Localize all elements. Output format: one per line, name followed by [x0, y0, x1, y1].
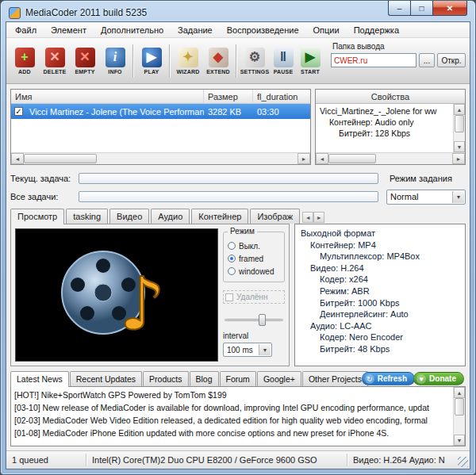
menu-playback[interactable]: Воспроизведение [220, 23, 306, 37]
minimize-button[interactable]: – [388, 1, 410, 16]
vscroll-thumb[interactable] [455, 398, 464, 416]
tab-container[interactable]: Контейнер [191, 209, 248, 224]
summary-item[interactable]: Битрейт: 48 Kbps [300, 343, 463, 355]
table-row[interactable]: ✓ Vicci Martinez - Jolene (The Voice Per… [11, 104, 310, 119]
tab-products[interactable]: Products [143, 371, 188, 386]
mode-windowed-option[interactable]: windowed [228, 265, 281, 278]
menu-bar: Файл Элемент Дополнительно Задание Воспр… [6, 22, 470, 38]
menu-advanced[interactable]: Дополнительно [94, 23, 171, 37]
tab-video[interactable]: Видео [109, 209, 149, 224]
tab-scroll-right-icon[interactable]: ► [313, 212, 324, 223]
prop-item[interactable]: Vicci_Martinez_-_Jolene for ww [319, 105, 452, 117]
properties-header[interactable]: Свойства [316, 90, 465, 104]
chevron-down-icon[interactable]: ▼ [259, 344, 271, 355]
settings-button[interactable]: ⚙ SETTINGS [240, 40, 270, 82]
delete-button[interactable]: ✕ DELETE [40, 40, 70, 82]
news-item[interactable]: [03-10] New release of MediaCoder is ava… [14, 401, 451, 414]
radio-icon[interactable] [228, 267, 236, 275]
scroll-right-icon[interactable]: ► [452, 153, 465, 164]
remote-checkbox-row[interactable]: Удалённ [223, 290, 285, 304]
tab-recent-updates[interactable]: Recent Updates [70, 371, 142, 386]
properties-panel: Свойства Vicci_Martinez_-_Jolene for ww … [315, 89, 466, 165]
news-item[interactable]: [HOT!] Nike+SportWatch GPS Powered by To… [14, 389, 451, 401]
scroll-down-icon[interactable]: ▼ [454, 435, 465, 446]
hscroll-thumb[interactable] [24, 154, 97, 163]
play-button[interactable]: ▶ PLAY [136, 40, 167, 82]
summary-item[interactable]: Деинтерлейсинг: Auto [300, 308, 463, 320]
menu-support[interactable]: Поддержка [347, 23, 406, 37]
menu-file[interactable]: Файл [8, 23, 44, 37]
empty-button[interactable]: ✕ EMPTY [70, 40, 100, 82]
news-tab-strip: Latest News Recent Updates Products Blog… [10, 371, 466, 386]
scroll-up-icon[interactable]: ▲ [454, 387, 465, 398]
summary-item[interactable]: Режим: ABR [300, 285, 463, 297]
output-folder-input[interactable] [331, 53, 416, 67]
chevron-down-icon[interactable]: ▼ [452, 191, 464, 203]
column-size[interactable]: Размер [204, 90, 253, 103]
vscroll-track [454, 132, 465, 141]
column-name[interactable]: Имя [11, 90, 204, 103]
properties-vscrollbar[interactable]: ▲ ▼ [453, 104, 465, 152]
info-button[interactable]: i INFO [100, 40, 130, 82]
checkbox-icon[interactable] [225, 293, 233, 301]
summary-item[interactable]: Битрейт: 1000 Kbps [300, 297, 463, 309]
tab-google-plus[interactable]: Google+ [257, 371, 301, 386]
tab-tasking[interactable]: tasking [66, 209, 108, 224]
tab-scroll-left-icon[interactable]: ◄ [302, 212, 313, 223]
prop-item[interactable]: Битрейт: 128 Kbps [319, 128, 452, 139]
extend-button[interactable]: ◆ EXTEND [203, 40, 233, 82]
news-item[interactable]: [01-08] MediaCoder iPhone Edition update… [14, 427, 451, 439]
radio-icon[interactable] [228, 242, 236, 250]
column-duration[interactable]: fl_duration [253, 90, 310, 103]
summary-item[interactable]: Видео: H.264 [300, 262, 463, 274]
prop-item[interactable]: Контейнер: Audio only [319, 117, 452, 128]
pause-button[interactable]: ‖ PAUSE [270, 40, 297, 82]
summary-item[interactable]: Аудио: LC-AAC [300, 320, 463, 332]
news-vscrollbar[interactable]: ▲ ▼ [453, 387, 465, 446]
tab-other-projects[interactable]: Other Projects [302, 371, 368, 386]
properties-hscrollbar[interactable]: ◄ ► [316, 152, 465, 164]
scroll-right-icon[interactable]: ► [298, 153, 310, 164]
refresh-button[interactable]: ↻ Refresh [362, 372, 415, 385]
donate-button[interactable]: ♥ Donate [413, 372, 464, 385]
summary-item[interactable]: Контейнер: MP4 [300, 239, 463, 251]
mode-off-option[interactable]: Выкл. [228, 239, 281, 252]
slider-thumb[interactable] [259, 314, 266, 326]
menu-task[interactable]: Задание [171, 23, 220, 37]
tab-picture[interactable]: Изображ [250, 209, 300, 224]
summary-item[interactable]: Мультиплексор: MP4Box [300, 251, 463, 262]
task-mode-select[interactable]: Normal ▼ [386, 190, 466, 205]
summary-item[interactable]: Кодер: Nero Encoder [300, 331, 463, 343]
resize-grip[interactable] [458, 457, 468, 467]
tab-preview[interactable]: Просмотр [10, 209, 64, 224]
scroll-up-icon[interactable]: ▲ [454, 104, 465, 115]
summary-item[interactable]: Выходной формат [300, 228, 463, 239]
start-button[interactable]: ▶ START [297, 40, 324, 82]
radio-selected-icon[interactable] [228, 255, 236, 262]
hscroll-thumb[interactable] [328, 154, 376, 163]
scroll-left-icon[interactable]: ◄ [316, 153, 328, 164]
scroll-left-icon[interactable]: ◄ [11, 153, 24, 164]
tab-forum[interactable]: Forum [220, 371, 256, 386]
interval-select[interactable]: 100 ms ▼ [223, 343, 272, 357]
scroll-down-icon[interactable]: ▼ [454, 141, 465, 152]
tab-blog[interactable]: Blog [190, 371, 219, 386]
file-list-hscrollbar[interactable]: ◄ ► [11, 152, 310, 164]
menu-item[interactable]: Элемент [44, 23, 94, 37]
vscroll-thumb[interactable] [455, 115, 464, 132]
summary-item[interactable]: Кодер: x264 [300, 274, 463, 285]
wizard-button[interactable]: ✦ WIZARD [173, 40, 203, 82]
row-checkbox[interactable]: ✓ [14, 107, 23, 116]
menu-options[interactable]: Опции [306, 23, 347, 37]
mode-framed-option[interactable]: framed [228, 252, 281, 265]
open-folder-button[interactable]: Откр. [437, 53, 466, 67]
browse-button[interactable]: ... [419, 53, 435, 67]
close-button[interactable]: ✕ [432, 1, 467, 16]
news-item[interactable]: [02-03] MediaCoder Web Video Edition rel… [14, 414, 451, 427]
tab-latest-news[interactable]: Latest News [10, 371, 69, 387]
maximize-button[interactable]: □ [410, 1, 432, 16]
slider-track[interactable] [225, 319, 283, 321]
interval-slider[interactable] [225, 314, 283, 326]
add-button[interactable]: + ADD [10, 40, 40, 82]
tab-audio[interactable]: Аудио [151, 209, 190, 224]
